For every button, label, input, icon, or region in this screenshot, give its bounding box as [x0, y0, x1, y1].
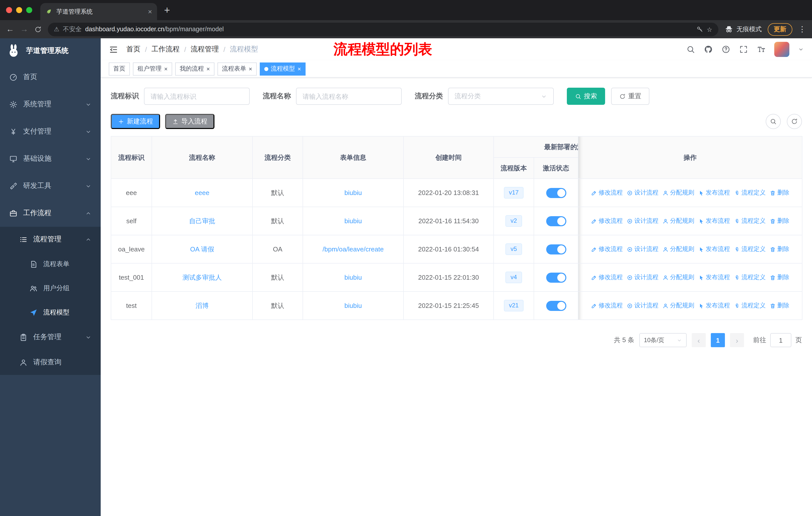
action-assign-rules[interactable]: 分配规则 — [663, 188, 694, 197]
action-publish-process[interactable]: 发布流程 — [698, 217, 730, 225]
action-assign-rules[interactable]: 分配规则 — [663, 217, 694, 225]
action-modify-process[interactable]: 修改流程 — [591, 301, 623, 310]
action-process-definition[interactable]: 流程定义 — [734, 188, 766, 197]
window-zoom-button[interactable] — [26, 7, 32, 13]
process-name-link[interactable]: 自己审批 — [189, 217, 215, 224]
action-delete[interactable]: 删除 — [770, 301, 789, 310]
search-icon[interactable] — [686, 45, 695, 54]
browser-update-button[interactable]: 更新 — [768, 23, 792, 35]
action-delete[interactable]: 删除 — [770, 273, 789, 282]
tag-process-model-active[interactable]: 流程模型 × — [260, 62, 306, 75]
goto-page-input[interactable] — [770, 333, 791, 347]
form-info-link[interactable]: biubiu — [344, 274, 362, 281]
tag-close-icon[interactable]: × — [297, 66, 301, 72]
sidebar-item-leave-query[interactable]: 请假查询 — [0, 350, 101, 375]
status-toggle[interactable] — [546, 216, 566, 226]
status-toggle[interactable] — [546, 188, 566, 198]
page-size-select[interactable]: 10条/页 — [639, 333, 687, 347]
show-search-button[interactable] — [766, 114, 781, 129]
action-process-definition[interactable]: 流程定义 — [734, 301, 766, 310]
breadcrumb-item[interactable]: 工作流程 — [151, 45, 180, 54]
process-name-link[interactable]: 滔博 — [196, 302, 209, 309]
next-page-button[interactable]: › — [730, 333, 744, 347]
sidebar-item-infrastructure[interactable]: 基础设施 — [0, 145, 101, 172]
action-design-process[interactable]: 设计流程 — [627, 217, 659, 225]
action-assign-rules[interactable]: 分配规则 — [663, 273, 694, 282]
action-design-process[interactable]: 设计流程 — [627, 273, 659, 282]
window-minimize-button[interactable] — [16, 7, 22, 13]
action-modify-process[interactable]: 修改流程 — [591, 245, 623, 253]
status-toggle[interactable] — [546, 244, 566, 254]
form-info-link[interactable]: biubiu — [344, 217, 362, 225]
sidebar-item-system[interactable]: 系统管理 — [0, 91, 101, 118]
reload-icon[interactable] — [34, 25, 42, 33]
breadcrumb-item[interactable]: 流程管理 — [191, 45, 219, 54]
breadcrumb-item[interactable]: 首页 — [126, 45, 141, 54]
form-info-link[interactable]: biubiu — [344, 302, 362, 309]
tag-close-icon[interactable]: × — [164, 66, 168, 72]
import-process-button[interactable]: 导入流程 — [165, 114, 214, 129]
password-key-icon[interactable] — [696, 26, 703, 33]
sidebar-item-process-management[interactable]: 流程管理 — [0, 227, 101, 252]
action-design-process[interactable]: 设计流程 — [627, 301, 659, 310]
action-design-process[interactable]: 设计流程 — [627, 188, 659, 197]
sidebar-item-user-group[interactable]: 用户分组 — [0, 276, 101, 300]
sidebar-item-process-model[interactable]: 流程模型 — [0, 300, 101, 325]
tag-close-icon[interactable]: × — [206, 66, 210, 72]
process-name-link[interactable]: 测试多审批人 — [182, 273, 222, 281]
tag-home[interactable]: 首页 — [109, 62, 130, 75]
action-design-process[interactable]: 设计流程 — [627, 245, 659, 253]
tab-close-icon[interactable]: × — [148, 7, 152, 16]
current-page-button[interactable]: 1 — [711, 333, 725, 347]
window-close-button[interactable] — [6, 7, 12, 13]
action-publish-process[interactable]: 发布流程 — [698, 245, 730, 253]
action-process-definition[interactable]: 流程定义 — [734, 273, 766, 282]
search-button[interactable]: 搜索 — [567, 88, 605, 105]
process-name-link[interactable]: eeee — [195, 189, 209, 196]
sidebar-item-process-form[interactable]: 流程表单 — [0, 252, 101, 276]
bookmark-star-icon[interactable]: ☆ — [707, 25, 712, 33]
avatar-caret-down-icon[interactable] — [798, 46, 804, 52]
action-publish-process[interactable]: 发布流程 — [698, 301, 730, 310]
security-label[interactable]: 不安全 — [63, 25, 82, 33]
process-name-input[interactable] — [296, 88, 402, 105]
tag-tenant-management[interactable]: 租户管理 × — [133, 62, 172, 75]
action-process-definition[interactable]: 流程定义 — [734, 217, 766, 225]
help-icon[interactable] — [721, 45, 730, 54]
sidebar-item-workflow[interactable]: 工作流程 — [0, 199, 101, 227]
action-delete[interactable]: 删除 — [770, 188, 789, 197]
action-modify-process[interactable]: 修改流程 — [591, 217, 623, 225]
tag-my-process[interactable]: 我的流程 × — [175, 62, 214, 75]
action-delete[interactable]: 删除 — [770, 245, 789, 253]
github-icon[interactable] — [704, 45, 713, 54]
tag-close-icon[interactable]: × — [249, 66, 252, 72]
sidebar-item-devtools[interactable]: 研发工具 — [0, 172, 101, 199]
back-icon[interactable]: ← — [6, 25, 14, 33]
form-info-link[interactable]: /bpm/oa/leave/create — [323, 245, 384, 253]
form-info-link[interactable]: biubiu — [344, 189, 362, 196]
sidebar-fold-icon[interactable] — [109, 45, 118, 54]
create-process-button[interactable]: 新建流程 — [111, 114, 160, 129]
process-category-select[interactable]: 流程分类 — [448, 88, 554, 105]
avatar[interactable] — [774, 42, 789, 57]
action-process-definition[interactable]: 流程定义 — [734, 245, 766, 253]
new-tab-button[interactable]: + — [164, 4, 170, 16]
process-id-input[interactable] — [144, 88, 250, 105]
status-toggle[interactable] — [546, 301, 566, 311]
reset-button[interactable]: 重置 — [611, 88, 649, 105]
sidebar-item-task-management[interactable]: 任务管理 — [0, 325, 101, 350]
tag-process-form[interactable]: 流程表单 × — [218, 62, 257, 75]
action-publish-process[interactable]: 发布流程 — [698, 273, 730, 282]
process-name-link[interactable]: OA 请假 — [190, 245, 214, 253]
refresh-table-button[interactable] — [787, 114, 802, 129]
address-bar[interactable]: ⚠ 不安全 dashboard.yudao.iocoder.cn/bpm/man… — [48, 22, 718, 36]
browser-tab[interactable]: 芋道管理系统 × — [40, 3, 157, 20]
sidebar-item-payment[interactable]: 支付管理 — [0, 118, 101, 145]
action-publish-process[interactable]: 发布流程 — [698, 188, 730, 197]
action-modify-process[interactable]: 修改流程 — [591, 188, 623, 197]
sidebar-item-home[interactable]: 首页 — [0, 63, 101, 91]
action-assign-rules[interactable]: 分配规则 — [663, 301, 694, 310]
status-toggle[interactable] — [546, 272, 566, 282]
action-modify-process[interactable]: 修改流程 — [591, 273, 623, 282]
action-assign-rules[interactable]: 分配规则 — [663, 245, 694, 253]
